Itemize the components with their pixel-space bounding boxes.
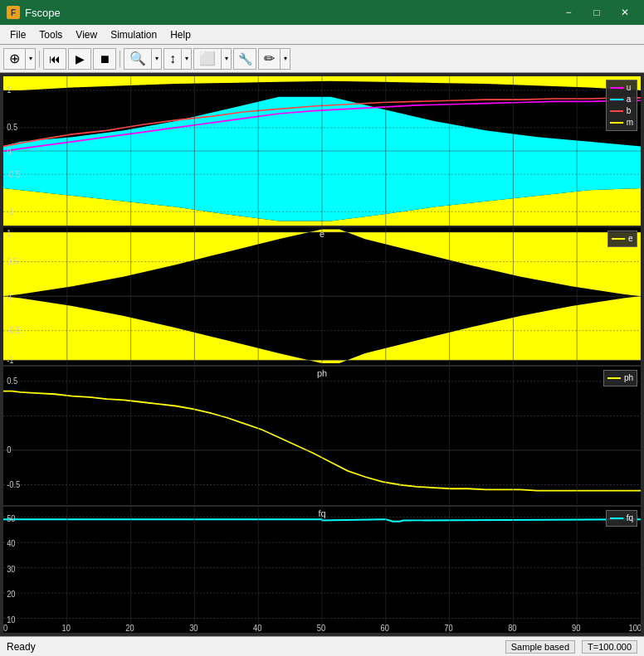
toolbar-icon-1: ⊕ xyxy=(4,51,25,66)
svg-text:20: 20 xyxy=(7,589,16,599)
menu-simulation[interactable]: Simulation xyxy=(104,27,163,42)
status-bar: Ready Sample based T=100.000 xyxy=(0,636,644,656)
legend-fq: fq xyxy=(610,513,633,524)
app-icon: F xyxy=(7,6,20,19)
legend-ph: ph xyxy=(607,372,633,384)
dropdown-arrow-3: ▾ xyxy=(181,49,191,69)
chart4-title: fq xyxy=(318,508,325,518)
svg-text:0.5: 0.5 xyxy=(7,123,17,132)
chart1-legend: u a b m xyxy=(606,80,637,131)
legend-m: m xyxy=(610,117,633,129)
menu-file[interactable]: File xyxy=(3,27,32,42)
legend-b: b xyxy=(610,105,633,117)
chart4-legend: fq xyxy=(606,510,637,527)
menu-bar: File Tools View Simulation Help xyxy=(0,25,644,45)
svg-text:90: 90 xyxy=(572,623,581,633)
title-left: F Fscope xyxy=(7,6,61,19)
svg-text:50: 50 xyxy=(7,513,16,523)
svg-text:0: 0 xyxy=(7,147,12,156)
maximize-button[interactable]: □ xyxy=(584,4,609,21)
minimize-button[interactable]: − xyxy=(556,4,581,21)
svg-text:70: 70 xyxy=(444,623,453,633)
title-bar: F Fscope − □ ✕ xyxy=(0,0,644,25)
toolbar-icon-5: ✏ xyxy=(259,51,280,66)
svg-text:-1: -1 xyxy=(7,207,13,216)
toolbar-dropdown-5[interactable]: ✏ ▾ xyxy=(258,48,290,70)
toolbar-btn-play[interactable]: ▶ xyxy=(68,48,91,70)
status-time: T=100.000 xyxy=(582,640,637,654)
svg-text:-0.5: -0.5 xyxy=(7,169,20,178)
main-content: 1 0.5 0 -0.5 -1 u a b m xyxy=(0,73,644,636)
menu-view[interactable]: View xyxy=(69,27,104,42)
svg-text:30: 30 xyxy=(7,563,16,573)
svg-text:1: 1 xyxy=(7,85,11,95)
chart3-title: ph xyxy=(317,368,327,378)
svg-text:10: 10 xyxy=(7,614,16,624)
dropdown-arrow-2: ▾ xyxy=(151,49,161,69)
svg-text:0.5: 0.5 xyxy=(7,257,17,267)
svg-text:40: 40 xyxy=(253,623,262,633)
svg-text:60: 60 xyxy=(381,623,390,633)
toolbar-dropdown-1[interactable]: ⊕ ▾ xyxy=(3,48,36,70)
status-sample-based: Sample based xyxy=(505,640,575,654)
svg-text:40: 40 xyxy=(7,538,16,548)
svg-text:50: 50 xyxy=(317,623,326,633)
legend-a: a xyxy=(610,94,633,105)
svg-text:-0.5: -0.5 xyxy=(7,326,20,336)
window-controls: − □ ✕ xyxy=(556,4,637,21)
chart2-svg: 1 0.5 0 -0.5 -1 xyxy=(3,227,641,365)
svg-text:10: 10 xyxy=(62,623,71,633)
dropdown-arrow-1: ▾ xyxy=(25,49,35,69)
chart3-svg: 0.5 0 -0.5 xyxy=(3,367,641,504)
svg-text:80: 80 xyxy=(508,623,517,633)
toolbar-icon-3: ↕ xyxy=(164,51,181,66)
chart3-panel: ph 0.5 0 -0.5 xyxy=(3,367,641,504)
chart2-legend: e xyxy=(607,231,637,247)
svg-text:30: 30 xyxy=(189,623,198,633)
toolbar-sep-2 xyxy=(120,51,120,67)
svg-text:0: 0 xyxy=(7,292,12,302)
svg-text:1: 1 xyxy=(7,228,12,238)
toolbar-icon-2: 🔍 xyxy=(124,51,151,66)
svg-text:-0.5: -0.5 xyxy=(7,480,20,490)
chart1-svg: 1 0.5 0 -0.5 -1 xyxy=(3,76,641,226)
toolbar-btn-rewind[interactable]: ⏮ xyxy=(43,48,66,70)
toolbar-dropdown-4[interactable]: ⬜ ▾ xyxy=(193,48,232,70)
menu-tools[interactable]: Tools xyxy=(32,27,69,42)
toolbar: ⊕ ▾ ⏮ ▶ ⏹ 🔍 ▾ ↕ ▾ ⬜ ▾ 🔧 ✏ ▾ xyxy=(0,45,644,73)
toolbar-dropdown-2[interactable]: 🔍 ▾ xyxy=(124,48,162,70)
close-button[interactable]: ✕ xyxy=(612,4,637,21)
chart4-svg: 50 40 30 20 10 0 10 20 30 40 50 60 70 80… xyxy=(3,507,641,633)
dropdown-arrow-4: ▾ xyxy=(221,49,231,69)
toolbar-btn-params[interactable]: 🔧 xyxy=(233,48,256,70)
chart1-panel: 1 0.5 0 -0.5 -1 u a b m xyxy=(3,76,641,226)
svg-text:0: 0 xyxy=(7,445,12,455)
toolbar-icon-4: ⬜ xyxy=(194,51,221,66)
chart3-legend: ph xyxy=(603,370,637,386)
chart2-panel: e xyxy=(3,227,641,365)
svg-text:20: 20 xyxy=(125,623,134,633)
dropdown-arrow-5: ▾ xyxy=(280,49,290,69)
svg-text:0.5: 0.5 xyxy=(7,377,17,386)
svg-text:0: 0 xyxy=(3,623,7,633)
toolbar-btn-stop[interactable]: ⏹ xyxy=(93,48,116,70)
toolbar-sep-1 xyxy=(39,51,40,67)
status-right: Sample based T=100.000 xyxy=(505,640,637,654)
svg-text:-1: -1 xyxy=(7,355,14,365)
status-ready: Ready xyxy=(7,641,36,653)
title-text: Fscope xyxy=(25,7,61,19)
svg-text:100: 100 xyxy=(628,623,641,633)
toolbar-dropdown-3[interactable]: ↕ ▾ xyxy=(163,48,192,70)
menu-help[interactable]: Help xyxy=(163,27,198,42)
chart4-panel: fq 50 40 xyxy=(3,507,641,633)
legend-e: e xyxy=(612,233,633,245)
chart2-title: e xyxy=(320,229,324,239)
legend-u: u xyxy=(610,82,633,94)
